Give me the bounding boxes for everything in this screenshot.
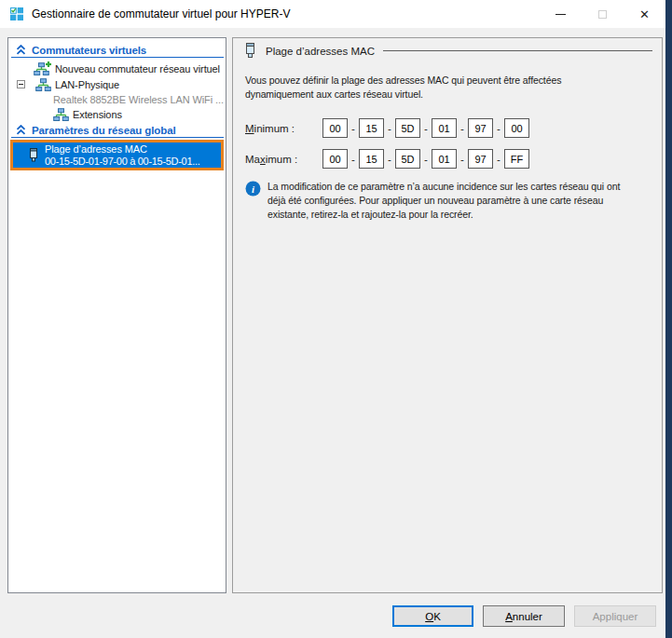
window-controls: ✕ (540, 0, 665, 28)
cancel-button[interactable]: Annuler (483, 605, 565, 627)
minimize-icon (555, 14, 566, 15)
mac-separator: - (348, 154, 359, 165)
mac-maximum-octet-3[interactable] (395, 149, 420, 169)
apply-button-label: Appliquer (593, 611, 638, 622)
mac-maximum-octet-6[interactable] (504, 149, 529, 169)
mac-separator: - (384, 154, 395, 165)
tree-item-label: Plage d’adresses MAC (45, 143, 200, 156)
cancel-button-label: Annuler (505, 611, 542, 622)
minus-glyph (19, 84, 23, 85)
switch-icon (35, 78, 51, 91)
mac-separator: - (420, 123, 432, 134)
mac-minimum-row: Minimum : - - - - - (245, 118, 529, 138)
sidebar-header-label: Commutateurs virtuels (32, 45, 146, 56)
mac-separator: - (457, 154, 468, 165)
switch-icon (53, 108, 69, 121)
mac-maximum-octet-2[interactable] (359, 149, 384, 169)
section-rule (383, 50, 652, 51)
new-switch-icon (34, 61, 51, 75)
collapse-chevron-icon (16, 125, 26, 135)
cancel-mnemonic: A (505, 611, 513, 622)
cancel-rest: nnuler (513, 611, 542, 622)
sidebar-item-new-virtual-switch[interactable]: Nouveau commutateur réseau virtuel (34, 61, 220, 76)
ok-button-label: OK (425, 611, 441, 622)
section-description: Vous pouvez définir la plage des adresse… (245, 74, 666, 102)
mac-minimum-octet-6[interactable] (504, 118, 529, 138)
sidebar-item-lan-adapter: Realtek 8852BE Wireless LAN WiFi ... (53, 92, 224, 106)
minimize-button[interactable] (540, 0, 582, 28)
info-icon: i (245, 181, 261, 197)
ok-button[interactable]: OK (392, 605, 473, 627)
hyperv-app-icon (9, 7, 24, 21)
maximize-button[interactable] (582, 0, 624, 28)
tree-item-label: LAN-Physique (55, 79, 119, 90)
sidebar-tree: Commutateurs virtuels Nouveau commutateu… (7, 37, 226, 593)
mac-minimum-octet-4[interactable] (432, 118, 457, 138)
maximum-label: Maximum : (245, 154, 322, 165)
sidebar-item-lan-physique[interactable]: LAN-Physique (17, 76, 119, 92)
info-text: La modification de ce paramètre n’a aucu… (267, 180, 663, 222)
collapse-toggle-icon[interactable] (17, 80, 25, 88)
section-title: Plage d’adresses MAC (266, 46, 375, 57)
info-note: i La modification de ce paramètre n’a au… (245, 180, 663, 222)
mac-maximum-row: Maximum : - - - - - (245, 149, 529, 169)
tree-item-sublabel: Realtek 8852BE Wireless LAN WiFi ... (53, 94, 224, 105)
nic-card-icon (28, 148, 39, 162)
sidebar-header-global-network-settings[interactable]: Paramètres du réseau global (8, 123, 226, 137)
maximum-label-rest: imum : (266, 154, 298, 165)
maximize-icon (598, 10, 607, 19)
tree-item-label: Extensions (73, 109, 122, 120)
ok-rest: K (433, 611, 441, 622)
minimum-label: Minimum : (245, 123, 322, 134)
mac-minimum-octet-1[interactable] (322, 118, 348, 138)
close-icon: ✕ (639, 8, 650, 20)
mac-separator: - (384, 123, 395, 134)
sidebar-item-mac-address-range-selected[interactable]: Plage d’adresses MAC 00-15-5D-01-97-00 à… (10, 140, 224, 170)
main-panel: Plage d’adresses MAC Vous pouvez définir… (232, 37, 663, 593)
sidebar-header-virtual-switches[interactable]: Commutateurs virtuels (8, 43, 226, 57)
mac-minimum-octet-3[interactable] (395, 118, 420, 138)
mac-maximum-octet-1[interactable] (322, 149, 348, 169)
close-button[interactable]: ✕ (624, 0, 665, 28)
nic-card-icon (244, 43, 256, 59)
mac-minimum-octet-2[interactable] (359, 118, 384, 138)
section-divider (11, 57, 224, 58)
section-divider (11, 137, 224, 138)
mac-separator: - (457, 123, 468, 134)
sidebar-header-label: Paramètres du réseau global (32, 125, 176, 136)
mac-minimum-octet-5[interactable] (468, 118, 493, 138)
apply-button-disabled[interactable]: Appliquer (574, 605, 656, 627)
background-edge-strip (665, 0, 672, 638)
minimum-label-mnemonic: M (245, 123, 254, 134)
minimum-label-rest: inimum : (254, 123, 295, 134)
ok-mnemonic: O (425, 611, 433, 622)
sidebar-item-extensions[interactable]: Extensions (53, 106, 122, 122)
section-header: Plage d’adresses MAC (244, 43, 652, 59)
mac-separator: - (493, 154, 504, 165)
collapse-chevron-icon (16, 45, 26, 55)
mac-maximum-octet-4[interactable] (432, 149, 457, 169)
tree-item-value: 00-15-5D-01-97-00 à 00-15-5D-01... (45, 156, 200, 168)
maximum-label-pre: Ma (245, 154, 260, 165)
mac-separator: - (348, 123, 359, 134)
mac-separator: - (493, 123, 504, 134)
mac-separator: - (420, 154, 432, 165)
window-title: Gestionnaire de commutateur virtuel pour… (32, 7, 290, 20)
tree-item-label: Nouveau commutateur réseau virtuel (55, 63, 220, 75)
mac-maximum-octet-5[interactable] (468, 149, 493, 169)
titlebar: Gestionnaire de commutateur virtuel pour… (0, 0, 665, 28)
